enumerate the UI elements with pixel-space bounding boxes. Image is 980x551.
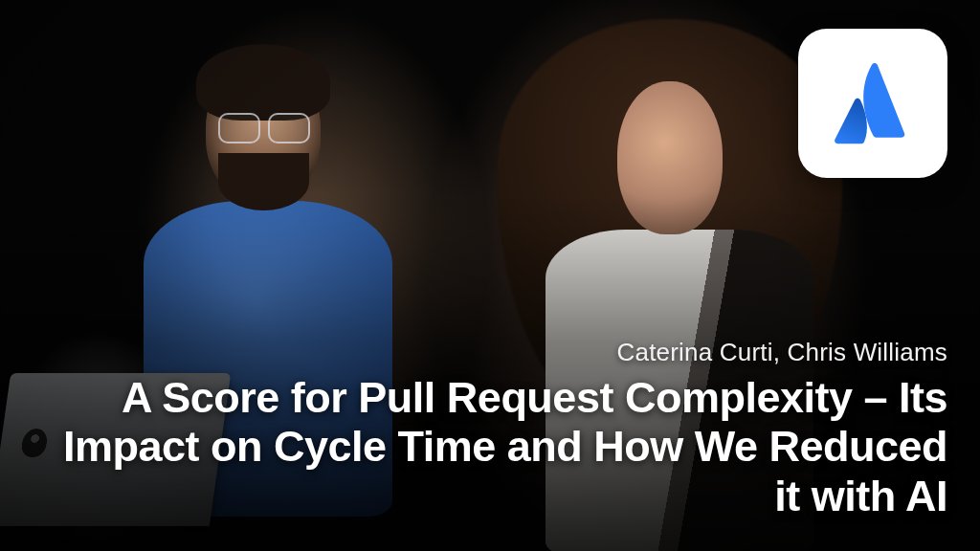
- title-overlay: Caterina Curti, Chris Williams A Score f…: [0, 338, 980, 520]
- talk-title: A Score for Pull Request Complexity – It…: [33, 373, 947, 520]
- atlassian-logo-icon: [828, 58, 918, 148]
- company-logo-tile: [798, 29, 947, 178]
- speakers-line: Caterina Curti, Chris Williams: [33, 338, 947, 367]
- video-thumbnail: Caterina Curti, Chris Williams A Score f…: [0, 0, 980, 551]
